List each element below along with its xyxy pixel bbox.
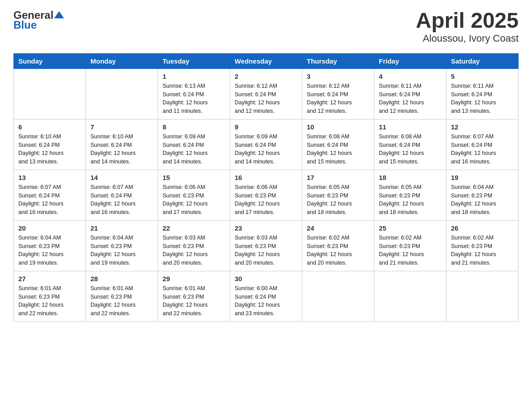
header-day-friday: Friday (374, 53, 446, 68)
day-number: 13 (18, 174, 81, 181)
header-day-wednesday: Wednesday (230, 53, 302, 68)
day-info: Sunrise: 6:12 AMSunset: 6:24 PMDaylight:… (307, 82, 369, 116)
day-info: Sunrise: 6:02 AMSunset: 6:23 PMDaylight:… (307, 234, 369, 267)
calendar-table: SundayMondayTuesdayWednesdayThursdayFrid… (13, 53, 519, 322)
day-info: Sunrise: 6:06 AMSunset: 6:23 PMDaylight:… (235, 183, 297, 217)
day-number: 7 (90, 123, 153, 131)
day-info: Sunrise: 6:04 AMSunset: 6:23 PMDaylight:… (18, 234, 81, 267)
day-info: Sunrise: 6:02 AMSunset: 6:23 PMDaylight:… (379, 234, 442, 267)
calendar-cell: 30Sunrise: 6:00 AMSunset: 6:24 PMDayligh… (230, 271, 302, 321)
day-info: Sunrise: 6:07 AMSunset: 6:24 PMDaylight:… (90, 183, 153, 217)
day-number: 8 (163, 123, 225, 131)
day-number: 15 (163, 174, 225, 181)
calendar-cell: 16Sunrise: 6:06 AMSunset: 6:23 PMDayligh… (230, 170, 302, 220)
day-number: 10 (307, 123, 369, 131)
calendar-cell: 27Sunrise: 6:01 AMSunset: 6:23 PMDayligh… (14, 271, 86, 321)
calendar-cell (302, 271, 374, 321)
day-info: Sunrise: 6:01 AMSunset: 6:23 PMDaylight:… (18, 284, 81, 318)
calendar-week-3: 13Sunrise: 6:07 AMSunset: 6:24 PMDayligh… (14, 170, 519, 220)
header-day-saturday: Saturday (446, 53, 519, 68)
calendar-cell: 15Sunrise: 6:06 AMSunset: 6:23 PMDayligh… (158, 170, 230, 220)
calendar-cell: 9Sunrise: 6:09 AMSunset: 6:24 PMDaylight… (230, 119, 302, 170)
day-info: Sunrise: 6:08 AMSunset: 6:24 PMDaylight:… (379, 133, 442, 166)
calendar-cell: 5Sunrise: 6:11 AMSunset: 6:24 PMDaylight… (446, 68, 519, 119)
day-info: Sunrise: 6:07 AMSunset: 6:24 PMDaylight:… (451, 133, 514, 166)
day-info: Sunrise: 6:05 AMSunset: 6:23 PMDaylight:… (379, 183, 442, 217)
calendar-subtitle: Aloussou, Ivory Coast (416, 33, 519, 44)
calendar-week-2: 6Sunrise: 6:10 AMSunset: 6:24 PMDaylight… (14, 119, 519, 170)
day-info: Sunrise: 6:08 AMSunset: 6:24 PMDaylight:… (307, 133, 369, 166)
day-number: 25 (379, 224, 442, 232)
day-number: 24 (307, 224, 369, 232)
calendar-title: April 2025 (416, 9, 519, 33)
day-info: Sunrise: 6:09 AMSunset: 6:24 PMDaylight:… (163, 133, 225, 166)
day-number: 12 (451, 123, 514, 131)
day-info: Sunrise: 6:04 AMSunset: 6:23 PMDaylight:… (90, 234, 153, 267)
logo: General Blue (13, 9, 64, 31)
calendar-cell: 8Sunrise: 6:09 AMSunset: 6:24 PMDaylight… (158, 119, 230, 170)
day-info: Sunrise: 6:11 AMSunset: 6:24 PMDaylight:… (451, 82, 514, 116)
day-info: Sunrise: 6:01 AMSunset: 6:23 PMDaylight:… (163, 284, 225, 318)
calendar-week-5: 27Sunrise: 6:01 AMSunset: 6:23 PMDayligh… (14, 271, 519, 321)
day-number: 4 (379, 73, 442, 80)
calendar-cell: 1Sunrise: 6:13 AMSunset: 6:24 PMDaylight… (158, 68, 230, 119)
day-number: 19 (451, 174, 514, 181)
day-number: 3 (307, 73, 369, 80)
calendar-cell: 17Sunrise: 6:05 AMSunset: 6:23 PMDayligh… (302, 170, 374, 220)
day-number: 14 (90, 174, 153, 181)
header-day-tuesday: Tuesday (158, 53, 230, 68)
day-number: 9 (235, 123, 297, 131)
calendar-week-4: 20Sunrise: 6:04 AMSunset: 6:23 PMDayligh… (14, 220, 519, 271)
day-info: Sunrise: 6:03 AMSunset: 6:23 PMDaylight:… (163, 234, 225, 267)
title-block: April 2025 Aloussou, Ivory Coast (416, 9, 519, 44)
calendar-cell: 22Sunrise: 6:03 AMSunset: 6:23 PMDayligh… (158, 220, 230, 271)
header-day-sunday: Sunday (14, 53, 86, 68)
day-info: Sunrise: 6:02 AMSunset: 6:23 PMDaylight:… (451, 234, 514, 267)
day-info: Sunrise: 6:09 AMSunset: 6:24 PMDaylight:… (235, 133, 297, 166)
page-header: General Blue April 2025 Aloussou, Ivory … (13, 9, 519, 44)
calendar-cell: 24Sunrise: 6:02 AMSunset: 6:23 PMDayligh… (302, 220, 374, 271)
day-number: 17 (307, 174, 369, 181)
header-day-monday: Monday (86, 53, 158, 68)
calendar-cell: 3Sunrise: 6:12 AMSunset: 6:24 PMDaylight… (302, 68, 374, 119)
calendar-cell: 4Sunrise: 6:11 AMSunset: 6:24 PMDaylight… (374, 68, 446, 119)
day-info: Sunrise: 6:05 AMSunset: 6:23 PMDaylight:… (307, 183, 369, 217)
calendar-cell: 18Sunrise: 6:05 AMSunset: 6:23 PMDayligh… (374, 170, 446, 220)
day-number: 27 (18, 275, 81, 283)
calendar-cell (14, 68, 86, 119)
svg-marker-0 (54, 11, 64, 18)
day-number: 22 (163, 224, 225, 232)
day-info: Sunrise: 6:11 AMSunset: 6:24 PMDaylight:… (379, 82, 442, 116)
calendar-cell (86, 68, 158, 119)
day-number: 1 (163, 73, 225, 80)
day-number: 6 (18, 123, 81, 131)
day-info: Sunrise: 6:13 AMSunset: 6:24 PMDaylight:… (163, 82, 225, 116)
day-number: 18 (379, 174, 442, 181)
day-info: Sunrise: 6:12 AMSunset: 6:24 PMDaylight:… (235, 82, 297, 116)
day-info: Sunrise: 6:01 AMSunset: 6:23 PMDaylight:… (90, 284, 153, 318)
day-number: 23 (235, 224, 297, 232)
calendar-cell: 11Sunrise: 6:08 AMSunset: 6:24 PMDayligh… (374, 119, 446, 170)
calendar-header-row: SundayMondayTuesdayWednesdayThursdayFrid… (14, 53, 519, 68)
calendar-cell: 19Sunrise: 6:04 AMSunset: 6:23 PMDayligh… (446, 170, 519, 220)
calendar-cell: 23Sunrise: 6:03 AMSunset: 6:23 PMDayligh… (230, 220, 302, 271)
logo-icon (54, 10, 64, 21)
day-info: Sunrise: 6:10 AMSunset: 6:24 PMDaylight:… (18, 133, 81, 166)
day-number: 26 (451, 224, 514, 232)
logo-blue-text: Blue (13, 19, 37, 31)
calendar-cell: 6Sunrise: 6:10 AMSunset: 6:24 PMDaylight… (14, 119, 86, 170)
calendar-cell: 26Sunrise: 6:02 AMSunset: 6:23 PMDayligh… (446, 220, 519, 271)
calendar-cell: 12Sunrise: 6:07 AMSunset: 6:24 PMDayligh… (446, 119, 519, 170)
day-number: 29 (163, 275, 225, 283)
day-number: 21 (90, 224, 153, 232)
calendar-cell: 20Sunrise: 6:04 AMSunset: 6:23 PMDayligh… (14, 220, 86, 271)
calendar-cell: 14Sunrise: 6:07 AMSunset: 6:24 PMDayligh… (86, 170, 158, 220)
calendar-cell: 29Sunrise: 6:01 AMSunset: 6:23 PMDayligh… (158, 271, 230, 321)
header-day-thursday: Thursday (302, 53, 374, 68)
calendar-cell: 21Sunrise: 6:04 AMSunset: 6:23 PMDayligh… (86, 220, 158, 271)
calendar-cell: 2Sunrise: 6:12 AMSunset: 6:24 PMDaylight… (230, 68, 302, 119)
calendar-cell: 25Sunrise: 6:02 AMSunset: 6:23 PMDayligh… (374, 220, 446, 271)
calendar-cell: 7Sunrise: 6:10 AMSunset: 6:24 PMDaylight… (86, 119, 158, 170)
day-info: Sunrise: 6:03 AMSunset: 6:23 PMDaylight:… (235, 234, 297, 267)
day-number: 30 (235, 275, 297, 283)
